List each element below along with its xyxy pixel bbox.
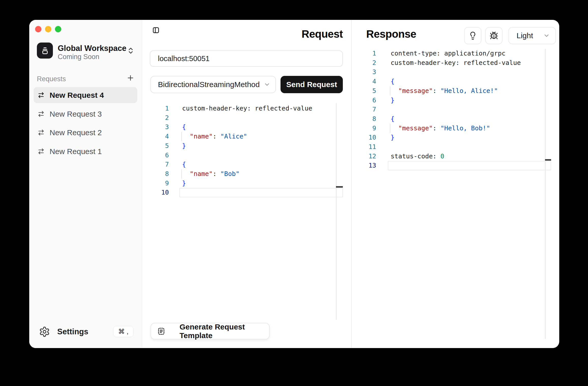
theme-dropdown[interactable]: Light [508,27,556,44]
requests-section-header: Requests [37,75,66,83]
line-number: 6 [356,96,376,105]
code-token: custom-header-key: reflected-value [182,105,312,112]
workspace-name: Global Workspace [58,44,126,53]
code-token [391,87,398,94]
line-number: 6 [149,151,169,160]
code-token: : [433,125,440,132]
minimize-window-button[interactable] [45,26,51,32]
code-line: } [182,179,186,188]
code-line: "name": "Bob" [182,169,240,179]
code-token: 0 [440,153,444,160]
code-token: : [433,87,440,94]
indent-guide [390,124,390,133]
panel-divider [351,20,352,348]
gear-icon [39,326,50,337]
code-token [391,125,398,132]
arrow-right-left-icon [38,148,45,155]
debug-button[interactable] [485,27,503,44]
code-token: { [391,115,394,122]
code-token [182,133,190,140]
code-token: "Hello, Alice!" [440,87,498,94]
generate-request-template-label: Generate Request Template [180,323,269,340]
active-line-highlight [388,161,551,170]
arrow-right-left-icon [38,129,45,136]
settings-shortcut-badge: ⌘ , [113,326,134,337]
template-icon [157,327,165,335]
line-number: 4 [149,132,169,141]
chevrons-up-down-icon [127,47,135,54]
sidebar-item-new-request-4[interactable]: New Request 4 [34,87,137,103]
code-line: "name": "Alice" [182,132,247,141]
response-panel-title: Response [366,28,416,40]
code-token: { [182,161,186,168]
code-token: "message" [398,87,433,94]
request-item-label: New Request 3 [50,110,102,118]
request-item-label: New Request 2 [50,128,102,137]
code-line: status-code: 0 [391,152,444,161]
line-number: 1 [356,49,376,58]
send-request-button[interactable]: Send Request [281,76,343,93]
code-token: } [391,96,394,104]
code-token: { [391,78,394,85]
code-token: "Alice" [220,133,247,140]
editor-overview-ruler [336,103,336,320]
code-token: status-code: [391,153,440,160]
method-dropdown-value: BidirectionalStreamingMethod [158,80,260,89]
code-line: { [182,122,186,132]
code-token: : [213,170,220,177]
line-number: 8 [149,169,169,179]
indent-guide [181,169,182,179]
toggle-sidebar-button[interactable] [152,26,159,34]
code-token: } [391,134,394,141]
active-line-highlight [179,188,343,197]
line-number: 9 [149,179,169,188]
sidebar-item-new-request-2[interactable]: New Request 2 [34,125,137,141]
code-token: "Bob" [220,170,240,177]
theme-dropdown-value: Light [517,31,533,40]
line-number: 5 [356,86,376,96]
code-token: } [182,180,186,187]
code-line: custom-header-key: reflected-value [391,58,521,68]
send-request-label: Send Request [286,80,337,89]
close-window-button[interactable] [35,26,41,32]
code-line: } [391,133,394,142]
request-item-label: New Request 4 [50,91,104,100]
line-number: 3 [356,67,376,77]
method-dropdown[interactable]: BidirectionalStreamingMethod [150,76,276,93]
line-number: 7 [356,105,376,114]
hints-button[interactable] [464,27,481,44]
arrow-right-left-icon [38,111,45,117]
sidebar: Global Workspace Coming Soon Requests Ne… [29,20,142,348]
lightbulb-icon [468,31,477,40]
code-line: content-type: application/grpc [391,49,506,58]
panel-left-icon [152,26,159,34]
line-number: 2 [149,113,169,123]
sidebar-item-new-request-1[interactable]: New Request 1 [34,143,137,159]
zoom-window-button[interactable] [55,26,61,32]
workspace-icon [37,43,53,59]
code-token: : [213,133,220,140]
indent-guide [181,132,182,141]
code-token: "name" [190,170,213,177]
code-line: { [391,77,394,86]
workspace-switcher[interactable] [127,47,135,54]
code-token [182,170,190,177]
sidebar-item-new-request-3[interactable]: New Request 3 [34,106,137,122]
code-token: "message" [398,125,433,132]
line-number: 12 [356,152,376,161]
chevron-down-icon [543,32,550,39]
code-token: } [182,142,186,149]
line-number: 4 [356,77,376,86]
code-line: custom-header-key: reflected-value [182,104,312,113]
line-number: 10 [356,133,376,142]
generate-request-template-button[interactable]: Generate Request Template [151,323,270,339]
arrow-right-left-icon [38,92,45,99]
request-panel-title: Request [302,28,343,40]
code-line: { [182,160,186,169]
code-token: content-type: application/grpc [391,50,506,57]
request-item-label: New Request 1 [50,147,102,156]
add-request-button[interactable] [126,74,135,82]
server-url-input[interactable] [150,50,343,67]
settings-label: Settings [57,327,88,336]
plus-icon [126,74,135,82]
